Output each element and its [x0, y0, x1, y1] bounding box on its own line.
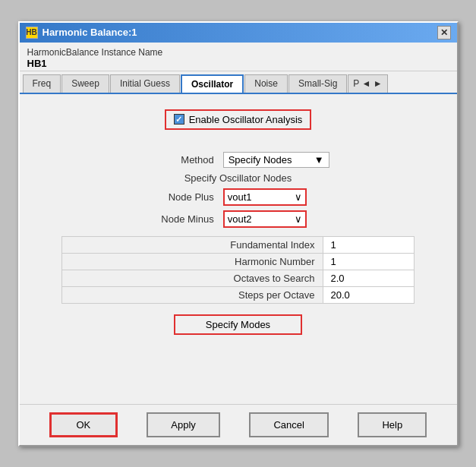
- node-minus-value: vout2: [228, 213, 252, 225]
- ok-button[interactable]: OK: [49, 412, 118, 437]
- enable-oscillator-checkbox[interactable]: ✓: [174, 114, 184, 125]
- tab-noise[interactable]: Noise: [244, 74, 288, 93]
- harmonic-number-row: Harmonic Number 1: [62, 253, 414, 270]
- tab-bar: Freq Sweep Initial Guess Oscillator Nois…: [20, 71, 457, 94]
- node-minus-dropdown[interactable]: vout2 ∨: [223, 210, 307, 228]
- specify-modes-button[interactable]: Specify Modes: [174, 314, 302, 335]
- enable-oscillator-label: Enable Oscillator Analysis: [189, 114, 303, 125]
- title-bar: HB Harmonic Balance:1 ✕: [20, 23, 457, 43]
- octaves-label: Octaves to Search: [62, 270, 323, 286]
- node-plus-value: vout1: [228, 191, 252, 203]
- close-button[interactable]: ✕: [437, 26, 451, 39]
- method-label: Method: [43, 150, 219, 170]
- tab-initial-guess[interactable]: Initial Guess: [110, 74, 180, 93]
- fundamental-index-value: 1: [323, 236, 414, 253]
- node-minus-arrow: ∨: [295, 213, 302, 225]
- tab-sweep[interactable]: Sweep: [61, 74, 109, 93]
- tab-freq[interactable]: Freq: [23, 74, 61, 93]
- octaves-value: 2.0: [323, 270, 414, 286]
- instance-name-value: HB1: [27, 58, 449, 69]
- node-plus-value-cell: vout1 ∨: [219, 186, 434, 208]
- steps-value: 20.0: [323, 286, 414, 303]
- node-plus-row: Node Plus vout1 ∨: [43, 186, 434, 208]
- node-minus-label: Node Minus: [43, 208, 219, 230]
- enable-oscillator-box: ✓ Enable Oscillator Analysis: [165, 109, 312, 130]
- content-area: ✓ Enable Oscillator Analysis Method Spec…: [20, 94, 457, 404]
- help-button[interactable]: Help: [358, 412, 427, 437]
- params-table: Fundamental Index 1 Harmonic Number 1 Oc…: [61, 236, 414, 304]
- apply-button[interactable]: Apply: [147, 412, 220, 437]
- title-bar-left: HB Harmonic Balance:1: [26, 27, 137, 39]
- method-value-cell: Specify Nodes ▼: [219, 150, 434, 170]
- tab-small-sig[interactable]: Small-Sig: [288, 74, 347, 93]
- form-table: Method Specify Nodes ▼ Specify Oscillato…: [43, 150, 434, 230]
- harmonic-number-label: Harmonic Number: [62, 253, 323, 270]
- cancel-button[interactable]: Cancel: [249, 412, 328, 437]
- steps-row: Steps per Octave 20.0: [62, 286, 414, 303]
- method-dropdown-arrow: ▼: [314, 154, 324, 166]
- specify-header-row: Specify Oscillator Nodes: [43, 170, 434, 186]
- node-plus-dropdown[interactable]: vout1 ∨: [223, 188, 307, 206]
- instance-name-section: HarmonicBalance Instance Name HB1: [20, 43, 457, 71]
- method-value: Specify Nodes: [229, 154, 292, 166]
- steps-label: Steps per Octave: [62, 286, 323, 303]
- node-plus-arrow: ∨: [295, 191, 302, 203]
- harmonic-balance-dialog: HB Harmonic Balance:1 ✕ HarmonicBalance …: [18, 21, 459, 446]
- harmonic-number-value: 1: [323, 253, 414, 270]
- dialog-title: Harmonic Balance:1: [43, 27, 137, 38]
- button-bar: OK Apply Cancel Help: [20, 404, 457, 445]
- tab-oscillator[interactable]: Oscillator: [181, 74, 244, 94]
- dialog-icon: HB: [26, 27, 38, 39]
- instance-name-label: HarmonicBalance Instance Name: [27, 47, 449, 58]
- octaves-row: Octaves to Search 2.0: [62, 270, 414, 286]
- node-plus-label: Node Plus: [43, 186, 219, 208]
- method-row: Method Specify Nodes ▼: [43, 150, 434, 170]
- fundamental-index-row: Fundamental Index 1: [62, 236, 414, 253]
- node-minus-value-cell: vout2 ∨: [219, 208, 434, 230]
- method-dropdown[interactable]: Specify Nodes ▼: [223, 152, 329, 168]
- specify-modes-label: Specify Modes: [206, 319, 270, 330]
- specify-header: Specify Oscillator Nodes: [43, 170, 434, 186]
- node-minus-row: Node Minus vout2 ∨: [43, 208, 434, 230]
- fundamental-index-label: Fundamental Index: [62, 236, 323, 253]
- tab-more[interactable]: P ◄ ►: [348, 74, 387, 93]
